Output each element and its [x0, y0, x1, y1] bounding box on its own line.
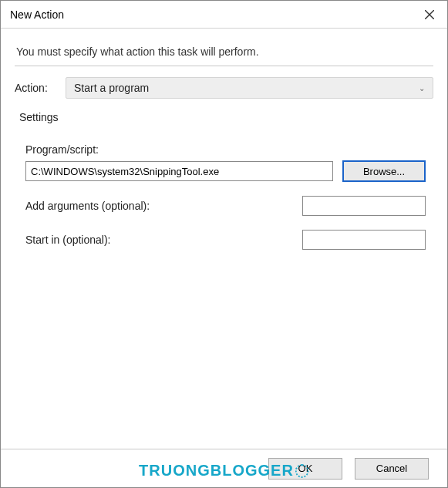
program-script-label: Program/script:	[25, 143, 426, 156]
ok-button[interactable]: OK	[268, 458, 342, 480]
instruction-text: You must specify what action this task w…	[16, 45, 433, 58]
program-script-input[interactable]	[25, 161, 333, 181]
window-title: New Action	[10, 8, 64, 21]
close-icon	[425, 10, 434, 19]
separator	[15, 66, 433, 66]
close-button[interactable]	[412, 1, 447, 29]
action-selected-value: Start a program	[74, 82, 149, 94]
action-dropdown[interactable]: Start a program ⌄	[66, 77, 433, 99]
start-in-row: Start in (optional):	[25, 230, 426, 250]
cancel-button[interactable]: Cancel	[355, 458, 429, 480]
titlebar: New Action	[1, 1, 447, 29]
add-arguments-input[interactable]	[302, 196, 426, 216]
program-script-row: Browse...	[25, 160, 426, 182]
dialog-footer: OK Cancel	[1, 449, 447, 487]
settings-group-label: Settings	[19, 111, 433, 123]
cancel-button-label: Cancel	[376, 463, 407, 474]
browse-button[interactable]: Browse...	[342, 160, 426, 182]
settings-group: Program/script: Browse... Add arguments …	[15, 131, 433, 250]
start-in-label: Start in (optional):	[25, 234, 287, 246]
add-arguments-label: Add arguments (optional):	[25, 200, 287, 212]
action-label: Action:	[15, 82, 58, 94]
browse-button-label: Browse...	[363, 166, 405, 177]
start-in-input[interactable]	[302, 230, 426, 250]
action-row: Action: Start a program ⌄	[15, 77, 433, 99]
add-arguments-row: Add arguments (optional):	[25, 196, 426, 216]
ok-button-label: OK	[298, 463, 313, 474]
dialog-content: You must specify what action this task w…	[1, 29, 447, 250]
chevron-down-icon: ⌄	[419, 84, 425, 93]
dialog-new-action: New Action You must specify what action …	[0, 0, 448, 488]
